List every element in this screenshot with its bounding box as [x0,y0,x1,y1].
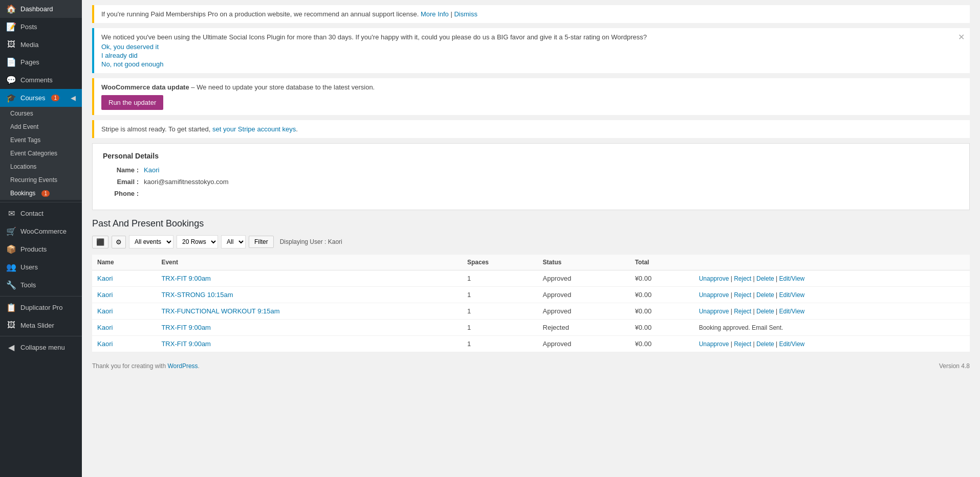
email-row: Email : kaori@samifitnesstokyo.com [103,178,959,186]
action-link[interactable]: Reject [734,308,751,315]
cell-total: ¥0.00 [630,320,694,336]
action-link[interactable]: Unapprove [699,291,729,299]
stripe-link[interactable]: set your Stripe account keys [212,125,296,133]
sidebar-item-courses[interactable]: 🎓 Courses 1 ◀ [0,89,82,107]
collapse-icon: ◀ [6,343,16,352]
pmp-dismiss-link[interactable]: Dismiss [454,10,477,18]
sidebar-item-event-tags[interactable]: Event Tags [0,133,82,147]
action-link[interactable]: Delete [756,340,774,348]
rows-filter-select[interactable]: 20 Rows [177,235,218,248]
duplicator-icon: 📋 [6,303,16,312]
cell-total: ¥0.00 [630,270,694,287]
booking-event-link[interactable]: TRX-FUNCTIONAL WORKOUT 9:15am [161,307,279,315]
table-row: Kaori TRX-FIT 9:00am 1 Approved ¥0.00 Un… [92,270,970,287]
personal-details-card: Personal Details Name : Kaori Email : ka… [92,143,970,210]
name-link[interactable]: Kaori [144,166,159,174]
cell-status: Approved [538,336,630,352]
email-label: Email : [103,178,144,186]
table-row: Kaori TRX-FIT 9:00am 1 Rejected ¥0.00 Bo… [92,320,970,336]
booking-name-link[interactable]: Kaori [97,275,113,282]
sidebar-divider2 [0,296,82,297]
action-link[interactable]: Edit/View [779,291,804,299]
sidebar-item-tools[interactable]: 🔧 Tools [0,276,82,294]
social-already-link[interactable]: I already did [101,52,963,59]
booking-name-link[interactable]: Kaori [97,340,113,348]
action-link[interactable]: Reject [734,340,751,348]
booking-event-link[interactable]: TRX-STRONG 10:15am [161,291,233,299]
pmp-notice: If you're running Paid Memberships Pro o… [92,5,970,23]
displaying-info: Displaying User : Kaori [280,238,342,245]
sidebar-item-pages[interactable]: 📄 Pages [0,53,82,71]
col-event: Event [156,255,462,270]
col-spaces: Spaces [462,255,538,270]
pages-icon: 📄 [6,57,16,67]
action-link[interactable]: Edit/View [779,340,804,348]
booking-name-link[interactable]: Kaori [97,324,113,331]
action-link[interactable]: Unapprove [699,308,729,315]
sidebar-item-comments[interactable]: 💬 Comments [0,71,82,89]
sidebar-item-products[interactable]: 📦 Products [0,240,82,258]
social-ok-link[interactable]: Ok, you deserved it [101,43,963,51]
bookings-table: Name Event Spaces Status Total Kaori TRX… [92,255,970,352]
cell-name: Kaori [92,303,156,320]
sidebar-item-contact[interactable]: ✉ Contact [0,205,82,222]
run-updater-button[interactable]: Run the updater [101,95,163,110]
table-row: Kaori TRX-FUNCTIONAL WORKOUT 9:15am 1 Ap… [92,303,970,320]
sidebar-item-collapse-menu[interactable]: ◀ Collapse menu [0,338,82,356]
booking-name-link[interactable]: Kaori [97,307,113,315]
filter-bar: ⬛ ⚙ All events 20 Rows All Filter Displa… [92,235,970,248]
events-filter-select[interactable]: All events [129,235,173,248]
filter-button[interactable]: Filter [249,236,274,248]
courses-icon: 🎓 [6,93,16,103]
woocommerce-notice-heading: WooCommerce data update – We need to upd… [101,83,375,91]
sidebar-item-event-categories[interactable]: Event Categories [0,147,82,160]
status-filter-select[interactable]: All [221,235,246,248]
sidebar-item-woocommerce[interactable]: 🛒 WooCommerce [0,222,82,240]
bookings-section-title: Past And Present Bookings [92,218,970,229]
cell-total: ¥0.00 [630,287,694,303]
social-notice: ✕ We noticed you've been using the Ultim… [92,28,970,73]
meta-slider-icon: 🖼 [6,321,16,330]
woocommerce-notice: WooCommerce data update – We need to upd… [92,78,970,115]
sidebar-item-locations[interactable]: Locations [0,160,82,173]
pmp-more-info-link[interactable]: More Info [421,10,449,18]
action-link[interactable]: Reject [734,275,751,282]
action-link[interactable]: Unapprove [699,275,729,282]
action-link[interactable]: Edit/View [779,308,804,315]
cell-event: TRX-FIT 9:00am [156,320,462,336]
sidebar-item-dashboard[interactable]: 🏠 Dashboard [0,0,82,18]
settings-button[interactable]: ⚙ [112,236,126,248]
users-icon: 👥 [6,262,16,272]
booking-event-link[interactable]: TRX-FIT 9:00am [161,324,211,331]
cell-status: Approved [538,270,630,287]
social-no-link[interactable]: No, not good enough [101,60,963,68]
action-link[interactable]: Reject [734,291,751,299]
sidebar-item-add-event[interactable]: Add Event [0,120,82,133]
sidebar-item-meta-slider[interactable]: 🖼 Meta Slider [0,316,82,334]
cell-event: TRX-FIT 9:00am [156,270,462,287]
booking-name-link[interactable]: Kaori [97,291,113,299]
social-notice-close[interactable]: ✕ [958,32,965,42]
sidebar-item-recurring-events[interactable]: Recurring Events [0,173,82,187]
sidebar-item-bookings[interactable]: Bookings 1 [0,187,82,200]
booking-event-link[interactable]: TRX-FIT 9:00am [161,340,211,348]
name-row: Name : Kaori [103,166,959,174]
action-link[interactable]: Delete [756,308,774,315]
sidebar-item-duplicator-pro[interactable]: 📋 Duplicator Pro [0,299,82,316]
courses-badge: 1 [51,95,59,101]
footer-left-text: Thank you for creating with WordPress. [92,362,200,370]
cell-spaces: 1 [462,336,538,352]
sidebar-item-media[interactable]: 🖼 Media [0,36,82,53]
action-link[interactable]: Delete [756,275,774,282]
table-header-row: Name Event Spaces Status Total [92,255,970,270]
action-link[interactable]: Delete [756,291,774,299]
name-label: Name : [103,166,144,174]
action-link[interactable]: Edit/View [779,275,804,282]
sidebar-item-posts[interactable]: 📝 Posts [0,18,82,36]
action-link[interactable]: Unapprove [699,340,729,348]
sidebar-item-courses-sub[interactable]: Courses [0,107,82,120]
booking-event-link[interactable]: TRX-FIT 9:00am [161,275,211,282]
csv-export-button[interactable]: ⬛ [92,236,108,248]
sidebar-item-users[interactable]: 👥 Users [0,258,82,276]
wordpress-link[interactable]: WordPress [167,362,198,370]
